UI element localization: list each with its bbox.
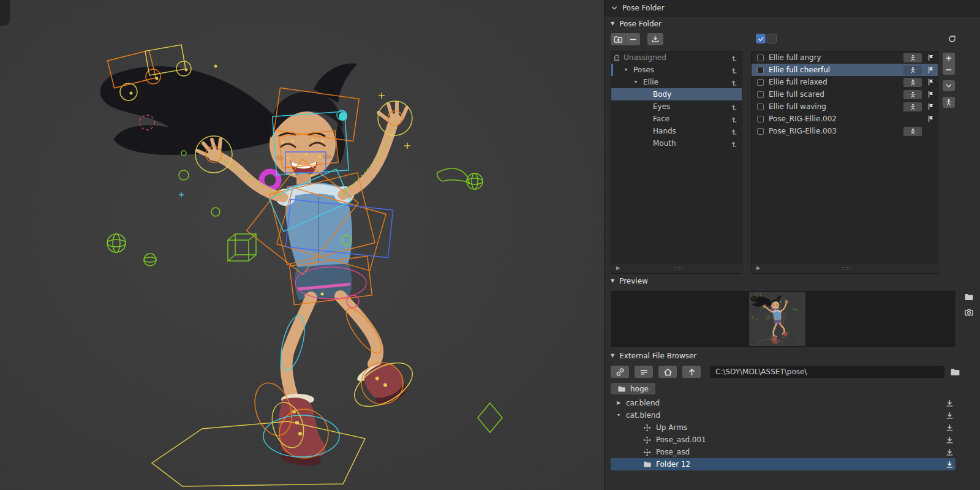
chevron-down-icon [945, 82, 952, 89]
file-row-pose-asd-001[interactable]: Pose_asd.001 [611, 434, 956, 446]
expand-icon[interactable]: ▾ [635, 80, 643, 85]
download-button[interactable] [946, 412, 954, 420]
download-button[interactable] [946, 448, 954, 456]
pose-row[interactable]: Ellie full waving [752, 100, 938, 113]
camera-icon [964, 307, 974, 317]
armature-filter-button[interactable] [943, 97, 955, 108]
pose-folder-panel-header[interactable]: ▼ Pose Folder [605, 17, 980, 31]
move-up-icon[interactable] [731, 66, 739, 74]
link-file-button[interactable] [611, 366, 629, 378]
refresh-button[interactable] [948, 34, 957, 43]
move-up-icon[interactable] [731, 103, 739, 111]
move-up-icon[interactable] [731, 115, 739, 123]
flag-icon[interactable] [927, 66, 935, 74]
resize-grip[interactable]: :::: [674, 266, 684, 271]
move-to-folder-button[interactable] [647, 33, 663, 45]
preview-panel-header[interactable]: ▼ Preview [605, 274, 980, 288]
pose-icon [643, 424, 652, 432]
flag-icon[interactable] [927, 115, 935, 123]
pose-checkbox[interactable] [757, 104, 764, 110]
breadcrumb-hoge-button[interactable]: hoge [611, 383, 655, 394]
open-preview-folder-button[interactable] [964, 292, 974, 302]
armature-icon [910, 55, 916, 61]
download-button[interactable] [946, 399, 954, 407]
download-icon [946, 412, 954, 420]
remove-folder-button[interactable] [625, 33, 640, 45]
tree-item-ellie[interactable]: ▾ Ellie [611, 76, 742, 88]
capture-preview-button[interactable] [964, 307, 974, 317]
flag-icon[interactable] [927, 78, 935, 86]
expand-filter-icon[interactable]: ▶ [616, 266, 620, 271]
new-folder-icon [614, 35, 623, 44]
pose-checkbox[interactable] [757, 67, 764, 74]
pose-row[interactable]: Ellie full angry [752, 51, 938, 64]
apply-rig-button[interactable] [903, 127, 922, 136]
file-browser-panel-header[interactable]: ▼ External File Browser [605, 349, 980, 363]
browse-directory-button[interactable] [950, 367, 960, 377]
tree-item-body[interactable]: Body [611, 88, 742, 100]
active-marker [611, 64, 613, 76]
region-title: Pose Folder [622, 4, 665, 12]
tree-item-poses[interactable]: ▾ Poses [611, 64, 742, 76]
apply-rig-button[interactable] [903, 66, 922, 75]
file-row-pose-asd[interactable]: Pose_asd [611, 446, 956, 458]
sidebar-region-header[interactable]: Pose Folder [605, 0, 980, 17]
collapse-icon[interactable]: ▾ [616, 413, 622, 418]
tree-footer: ▶ :::: [611, 263, 742, 273]
pose-list-menu-button[interactable] [943, 80, 955, 91]
unlink-file-button[interactable] [635, 366, 653, 378]
viewport-scene [0, 0, 604, 490]
tree-item-unassigned[interactable]: Unassigned [611, 51, 742, 64]
panel-collapse-icon: ▼ [611, 21, 614, 26]
expand-icon[interactable]: ▶ [616, 401, 622, 405]
file-row-up-arms[interactable]: Up Arms [611, 421, 956, 434]
move-up-icon[interactable] [731, 140, 739, 148]
pose-folder-sidebar: Pose Folder ▼ Pose Folder [604, 0, 980, 490]
directory-path-input[interactable] [710, 366, 944, 378]
pose-row[interactable]: Pose_RIG-Ellie.002 [752, 113, 938, 125]
apply-rig-button[interactable] [903, 90, 922, 99]
download-button[interactable] [946, 424, 954, 432]
pose-checkbox[interactable] [757, 79, 764, 86]
new-folder-button[interactable] [611, 33, 625, 45]
show-checkboxes-toggle[interactable] [756, 34, 766, 43]
pose-row[interactable]: Ellie full scared [752, 88, 938, 100]
flag-icon[interactable] [927, 103, 935, 110]
resize-grip[interactable]: :::: [842, 266, 851, 271]
download-button[interactable] [946, 436, 954, 444]
file-row-car-blend[interactable]: ▶ car.blend [611, 397, 956, 409]
tree-item-face[interactable]: Face [611, 113, 742, 125]
tree-item-eyes[interactable]: Eyes [611, 100, 742, 113]
flag-icon[interactable] [927, 91, 935, 98]
hide-checkboxes-toggle[interactable] [767, 34, 777, 43]
apply-rig-button[interactable] [903, 78, 922, 87]
pose-row[interactable]: Ellie full relaxed [752, 76, 938, 88]
pose-checkbox[interactable] [757, 116, 764, 123]
tree-item-hands[interactable]: Hands [611, 125, 742, 137]
apply-rig-button[interactable] [903, 102, 922, 111]
expand-icon[interactable]: ▾ [625, 67, 633, 72]
file-row-folder-12[interactable]: Folder 12 [611, 458, 956, 470]
add-pose-button[interactable] [943, 53, 955, 64]
file-row-cat-blend[interactable]: ▾ cat.blend [611, 409, 956, 421]
move-up-icon[interactable] [731, 127, 739, 135]
home-directory-button[interactable] [658, 366, 677, 378]
download-icon [946, 399, 954, 407]
pose-checkbox[interactable] [757, 128, 764, 135]
remove-pose-button[interactable] [943, 64, 955, 75]
3d-viewport[interactable] [0, 0, 604, 490]
flag-icon[interactable] [927, 54, 935, 61]
move-up-icon[interactable] [731, 54, 739, 62]
pose-row[interactable]: Pose_RIG-Ellie.003 [752, 125, 938, 137]
tree-item-mouth[interactable]: Mouth [611, 137, 742, 149]
apply-rig-button[interactable] [903, 53, 922, 62]
pose-thumbnail[interactable] [749, 292, 805, 346]
move-up-icon[interactable] [731, 78, 739, 86]
parent-directory-button[interactable] [682, 366, 701, 378]
expand-filter-icon[interactable]: ▶ [756, 266, 760, 271]
download-button[interactable] [946, 461, 954, 469]
pose-row-selected[interactable]: Ellie full cheerful [752, 64, 938, 76]
arrow-up-icon [687, 368, 696, 377]
pose-checkbox[interactable] [757, 55, 764, 61]
pose-checkbox[interactable] [757, 91, 764, 98]
